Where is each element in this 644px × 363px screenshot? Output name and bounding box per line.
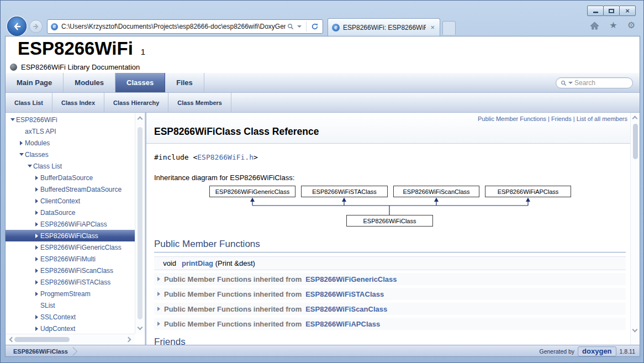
inherit-class-link[interactable]: ESP8266WiFiSTAClass	[305, 290, 384, 298]
scroll-left-icon[interactable]	[9, 337, 15, 343]
subtab-class-members[interactable]: Class Members	[168, 93, 231, 112]
inherit-class-link[interactable]: ESP8266WiFiGenericClass	[305, 275, 397, 283]
home-button[interactable]	[588, 22, 601, 30]
close-button[interactable]: ×	[619, 6, 636, 16]
expand-arrow-icon[interactable]	[35, 257, 38, 261]
tree-item-esp8266wifigenericclass[interactable]: ESP8266WiFiGenericClass	[6, 241, 135, 253]
tree-item-modules[interactable]: Modules	[6, 137, 135, 149]
inherit-toggle-arrow-icon[interactable]	[157, 292, 160, 296]
collapse-arrow-icon[interactable]	[28, 165, 32, 167]
address-bar[interactable]: e C:\Users\Krzysztof\Documents\Projects\…	[47, 19, 323, 34]
scroll-up-icon[interactable]	[138, 117, 143, 122]
tree-item-esp8266wifi[interactable]: ESP8266WiFi	[6, 114, 135, 125]
sidebar-horizontal-scrollbar-thumb[interactable]	[14, 337, 70, 342]
favorites-button[interactable]: ★	[608, 21, 619, 30]
doxygen-logo[interactable]: doxygen	[578, 346, 616, 356]
diagram-node-esp8266wifigenericclass[interactable]: ESP8266WiFiGenericClass	[209, 186, 295, 197]
tree-item-bufferdatasource[interactable]: BufferDataSource	[6, 172, 135, 183]
expand-arrow-icon[interactable]	[35, 327, 38, 331]
doxygen-search-box[interactable]	[556, 77, 633, 88]
inherit-class-link[interactable]: ESP8266WiFiScanClass	[305, 305, 387, 313]
sidebar-vertical-scrollbar[interactable]	[135, 113, 145, 334]
tree-item-esp8266wifiapclass[interactable]: ESP8266WiFiAPClass	[6, 218, 135, 230]
include-file-link[interactable]: ESP8266WiFi.h	[197, 153, 254, 161]
tree-item-esp8266wifiscanclass[interactable]: ESP8266WiFiScanClass	[6, 265, 135, 276]
tree-item-classes[interactable]: Classes	[6, 149, 135, 160]
tree-item-sslcontext[interactable]: SSLContext	[6, 311, 135, 323]
search-filter-caret-icon[interactable]	[568, 82, 573, 84]
expand-arrow-icon[interactable]	[35, 176, 38, 180]
expand-arrow-icon[interactable]	[35, 222, 38, 227]
tree-item-udpcontext[interactable]: UdpContext	[6, 323, 135, 334]
scroll-right-icon[interactable]	[126, 337, 131, 343]
search-dropdown-button[interactable]	[295, 25, 303, 28]
expand-arrow-icon[interactable]	[20, 141, 23, 145]
breadcrumb-item[interactable]: ESP8266WiFiClass	[13, 348, 68, 355]
tab-modules[interactable]: Modules	[64, 73, 115, 92]
diagram-node-esp8266wificlass[interactable]: ESP8266WiFiClass	[346, 215, 433, 227]
tree-item-axtls-api[interactable]: axTLS API	[6, 125, 135, 137]
breadcrumb[interactable]: ESP8266WiFiClass	[9, 345, 77, 357]
expand-arrow-icon[interactable]	[35, 234, 38, 238]
tree-item-esp8266wifistaclass[interactable]: ESP8266WiFiSTAClass	[6, 276, 135, 288]
inherit-class-link[interactable]: ESP8266WiFiAPClass	[305, 320, 380, 328]
expand-arrow-icon[interactable]	[35, 269, 38, 273]
scroll-down-icon[interactable]	[632, 327, 638, 333]
member-name-link[interactable]: printDiag	[182, 259, 213, 267]
expand-arrow-icon[interactable]	[35, 315, 38, 319]
forward-button[interactable]	[29, 20, 43, 33]
inherit-row-generic[interactable]: Public Member Functions inherited from E…	[154, 273, 626, 285]
sidebar-vertical-scrollbar-thumb[interactable]	[138, 127, 142, 319]
tree-item-bufferedstreamdatasource[interactable]: BufferedStreamDataSource	[6, 183, 135, 195]
new-tab-button[interactable]	[442, 21, 456, 35]
tree-item-esp8266wifimulti[interactable]: ESP8266WiFiMulti	[6, 253, 135, 265]
search-input[interactable]	[574, 79, 628, 87]
inherit-row-scan[interactable]: Public Member Functions inherited from E…	[154, 303, 626, 315]
collapse-arrow-icon[interactable]	[10, 118, 15, 121]
inherit-toggle-arrow-icon[interactable]	[157, 322, 160, 326]
diagram-node-esp8266wifistaclass[interactable]: ESP8266WiFiSTAClass	[301, 186, 388, 197]
link-public-member-functions[interactable]: Public Member Functions	[478, 115, 546, 122]
expand-arrow-icon[interactable]	[35, 292, 38, 296]
inherit-row-ap[interactable]: Public Member Functions inherited from E…	[154, 318, 626, 330]
scroll-up-icon[interactable]	[632, 116, 638, 122]
diagram-node-esp8266wifiscanclass[interactable]: ESP8266WiFiScanClass	[393, 186, 479, 197]
inherit-row-sta[interactable]: Public Member Functions inherited from E…	[154, 288, 626, 300]
sidebar-horizontal-scrollbar[interactable]	[6, 334, 135, 345]
tree-item-esp8266wificlass[interactable]: ESP8266WiFiClass	[6, 230, 135, 241]
inherit-toggle-arrow-icon[interactable]	[157, 277, 160, 281]
maximize-button[interactable]	[603, 6, 620, 16]
collapse-arrow-icon[interactable]	[19, 153, 24, 156]
diagram-node-esp8266wifiapclass[interactable]: ESP8266WiFiAPClass	[485, 186, 571, 197]
back-button[interactable]	[7, 17, 27, 36]
expand-arrow-icon[interactable]	[35, 187, 38, 192]
subtab-class-hierarchy[interactable]: Class Hierarchy	[104, 93, 168, 112]
subtab-class-index[interactable]: Class Index	[52, 93, 104, 112]
tree-item-datasource[interactable]: DataSource	[6, 207, 135, 218]
expand-arrow-icon[interactable]	[35, 280, 38, 285]
address-url[interactable]: C:\Users\Krzysztof\Documents\Projects\es…	[61, 23, 286, 30]
tree-item-progmemstream[interactable]: ProgmemStream	[6, 288, 135, 299]
tab-classes[interactable]: Classes	[115, 73, 165, 92]
tab-close-button[interactable]: ×	[429, 24, 436, 31]
main-vertical-scrollbar[interactable]	[630, 113, 640, 345]
scroll-down-icon[interactable]	[138, 325, 143, 330]
tree-item-clientcontext[interactable]: ClientContext	[6, 195, 135, 207]
tab-main-page[interactable]: Main Page	[6, 73, 64, 92]
tree-item-slist[interactable]: SList	[6, 299, 135, 311]
tab-files[interactable]: Files	[165, 73, 204, 92]
link-list-of-all-members[interactable]: List of all members	[577, 115, 627, 122]
expand-arrow-icon[interactable]	[35, 245, 38, 250]
link-friends[interactable]: Friends	[551, 115, 572, 122]
expand-arrow-icon[interactable]	[35, 199, 38, 203]
expand-arrow-icon[interactable]	[35, 211, 38, 215]
settings-button[interactable]: ⚙	[626, 21, 637, 30]
main-vertical-scrollbar-thumb[interactable]	[633, 124, 638, 159]
address-search-button[interactable]	[286, 23, 295, 30]
tree-item-class-list[interactable]: Class List	[6, 160, 135, 172]
minimize-button[interactable]	[587, 6, 604, 16]
refresh-button[interactable]	[309, 23, 320, 30]
subtab-class-list[interactable]: Class List	[6, 93, 52, 112]
inherit-toggle-arrow-icon[interactable]	[157, 307, 160, 311]
browser-tab[interactable]: e ESP8266WiFi: ESP8266WiFi... ×	[328, 18, 440, 36]
